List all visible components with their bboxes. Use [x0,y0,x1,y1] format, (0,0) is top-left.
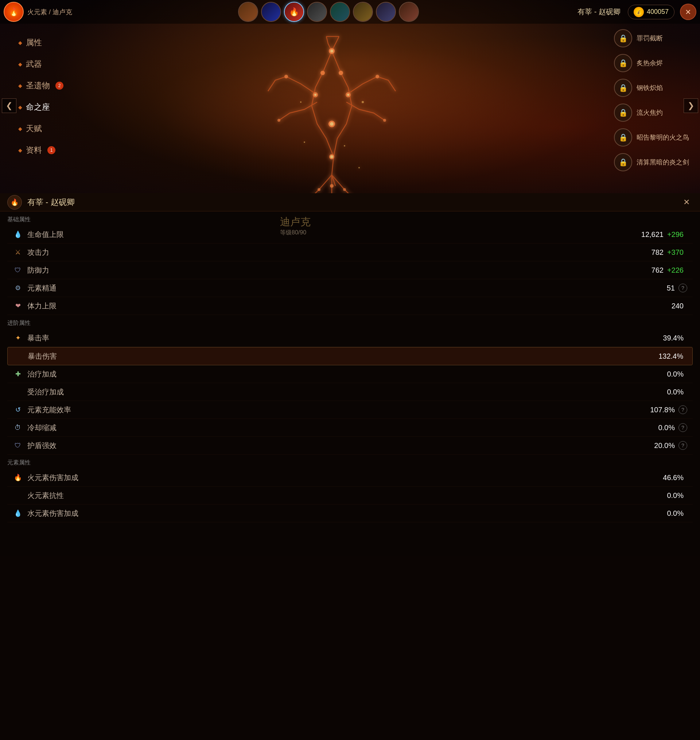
svg-point-13 [343,188,346,191]
ability-6[interactable]: 🔒 清算黑暗的炎之剑 [614,153,689,171]
nav-arrow-left[interactable]: ❮ [2,98,16,113]
pyro-dmg-icon: 🔥 [13,473,23,483]
profile-badge: 1 [47,146,56,154]
stat-row-atk: ⚔ 攻击力 782 +370 [7,244,693,261]
hydro-dmg-icon: 💧 [13,508,23,518]
em-help-button[interactable]: ? [678,283,687,292]
ability-name-4: 流火焦灼 [637,108,663,117]
char-avatar-2[interactable] [261,2,281,22]
constellation-abilities: 🔒 罪罚截断 🔒 炙热余烬 🔒 钢铁炽焰 🔒 流火焦灼 🔒 昭告黎明的火之鸟 🔒… [614,29,689,171]
stat-row-er: ↺ 元素充能效率 107.8% ? [7,401,693,419]
ability-lock-1: 🔒 [614,29,632,47]
stat-name-shield: 护盾强效 [27,441,654,451]
shield-help-button[interactable]: ? [678,441,687,450]
nav-arrow-right[interactable]: ❯ [684,98,698,113]
stat-value-stamina: 240 [672,302,684,310]
nav-label-profile: 资料 [26,145,42,156]
stats-content[interactable]: 迪卢克 等级80/90 基础属性 💧 生命值上限 12,621 +296 ⚔ 攻… [0,211,700,740]
stat-name-hp: 生命值上限 [27,230,641,239]
player-name-top: 有莘 - 赵砚卿 [578,7,621,17]
stat-row-stamina: ❤ 体力上限 240 [7,297,693,315]
crit-rate-icon: ✦ [13,333,23,343]
shield-icon: 🛡 [13,440,23,451]
char-avatar-4[interactable] [307,2,327,22]
stat-name-def: 防御力 [27,266,651,275]
stat-row-def: 🛡 防御力 762 +226 [7,261,693,279]
nav-item-artifacts[interactable]: 圣遗物 2 [11,76,71,95]
ability-4[interactable]: 🔒 流火焦灼 [614,104,689,122]
nav-label-artifacts: 圣遗物 [26,80,50,91]
section-advanced-title: 进阶属性 [7,315,693,329]
ability-2[interactable]: 🔒 炙热余烬 [614,54,689,72]
nav-label-constellation: 命之座 [26,102,50,113]
char-avatar-7[interactable] [376,2,396,22]
svg-point-18 [347,94,349,96]
ability-5[interactable]: 🔒 昭告黎明的火之鸟 [614,128,689,147]
char-avatar-8[interactable] [399,2,419,22]
svg-point-14 [330,50,333,53]
stat-value-er: 107.8% [650,406,675,414]
currency-icon: 💰 [634,7,644,17]
stat-row-healing: ✚ 治疗加成 0.0% [7,365,693,383]
stat-name-em: 元素精通 [27,283,667,293]
stat-value-crit-dmg: 132.4% [659,352,683,361]
stat-name-pyro-res: 火元素抗性 [27,490,667,501]
nav-item-talents[interactable]: 天赋 [11,119,71,138]
stat-row-incoming-heal: 受治疗加成 0.0% [7,383,693,401]
stat-row-shield: 🛡 护盾强效 20.0% ? [7,437,693,455]
em-icon: ⚙ [13,283,23,293]
sidebar-nav: 属性 武器 圣遗物 2 命之座 天赋 资料 1 [11,33,71,162]
ability-lock-3: 🔒 [614,79,632,97]
top-section: 🔥 火元素 / 迪卢克 🔥 [0,0,700,211]
constellation-area [73,22,591,211]
stat-row-crit-dmg: 暴击伤害 132.4% [7,347,693,365]
stat-value-healing: 0.0% [667,370,684,378]
atk-icon: ⚔ [13,247,23,257]
char-avatar-5[interactable] [330,2,350,22]
ability-3[interactable]: 🔒 钢铁炽焰 [614,79,689,97]
stat-value-def: 762 [651,266,663,275]
stat-name-atk: 攻击力 [27,248,651,257]
svg-point-12 [318,188,321,191]
svg-point-15 [330,122,334,126]
stat-row-pyro-res: 火元素抗性 0.0% [7,487,693,505]
stat-bonus-atk: +370 [667,248,684,257]
top-close-button[interactable]: ✕ [680,4,696,20]
svg-point-7 [284,75,288,78]
char-avatar-1[interactable] [238,2,258,22]
stat-name-crit-dmg: 暴击伤害 [28,351,659,361]
nav-item-constellation[interactable]: 命之座 [11,97,71,117]
stats-close-button[interactable]: ✕ [680,196,693,208]
stat-name-healing: 治疗加成 [27,369,667,379]
stat-name-hydro-dmg: 水元素伤害加成 [27,508,667,518]
er-icon: ↺ [13,405,23,415]
def-icon: 🛡 [13,265,23,275]
nav-item-profile[interactable]: 资料 1 [11,140,71,160]
char-avatar-3[interactable]: 🔥 [284,2,304,22]
nav-label-weapon: 武器 [26,59,42,70]
stat-value-hydro-dmg: 0.0% [667,509,684,518]
svg-point-17 [314,94,316,96]
ability-1[interactable]: 🔒 罪罚截断 [614,29,689,47]
stat-name-pyro-dmg: 火元素伤害加成 [27,473,663,483]
breadcrumb: 火元素 / 迪卢克 [27,8,72,16]
nav-item-weapon[interactable]: 武器 [11,54,71,74]
svg-point-8 [375,75,379,78]
ability-lock-6: 🔒 [614,153,632,171]
currency-display: 💰 400057 [628,5,675,19]
currency-amount: 400057 [647,8,669,16]
svg-point-19 [362,101,364,103]
stat-row-em: ⚙ 元素精通 51 ? [7,279,693,297]
er-help-button[interactable]: ? [678,405,687,414]
stats-panel: 🔥 有莘 - 赵砚卿 ✕ 迪卢克 等级80/90 基础属性 💧 生命值上限 12… [0,193,700,740]
nav-label-attributes: 属性 [26,37,42,48]
svg-point-16 [330,155,333,158]
incoming-heal-icon [13,387,23,397]
svg-point-20 [304,141,305,143]
svg-point-23 [344,145,345,147]
nav-label-talents: 天赋 [26,123,42,134]
cd-help-button[interactable]: ? [678,423,687,432]
char-avatar-6[interactable] [353,2,373,22]
nav-item-attributes[interactable]: 属性 [11,33,71,53]
ability-name-1: 罪罚截断 [637,34,663,43]
